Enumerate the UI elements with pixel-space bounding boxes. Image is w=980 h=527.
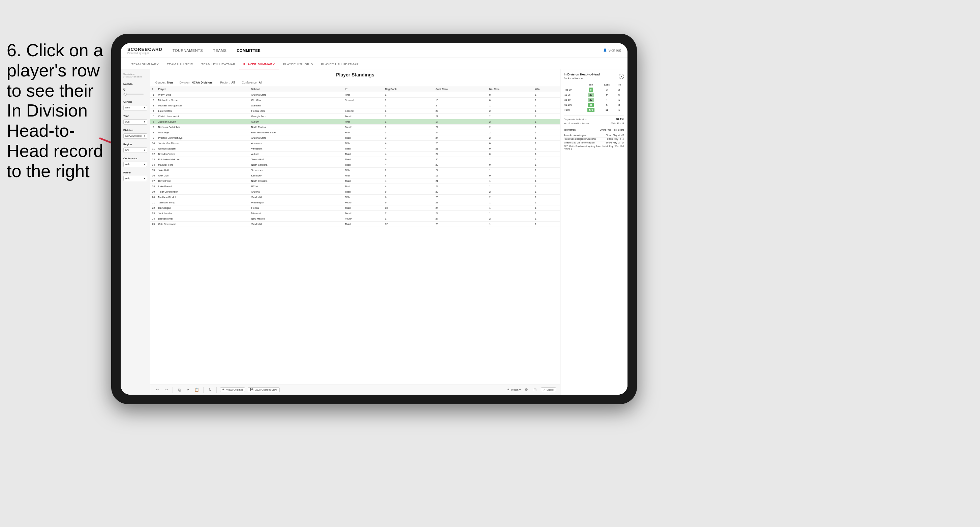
- table-row[interactable]: 25 Cole Sherwood Vanderbilt Third 12 23 …: [150, 222, 560, 227]
- view-original-button[interactable]: 👁 View: Original: [220, 387, 245, 392]
- h2h-loss: 11: [600, 108, 614, 113]
- conference-filter-label: Conference:: [242, 81, 257, 84]
- opponents-record: 674 - 33 - 12: [611, 122, 624, 125]
- nav-committee[interactable]: COMMITTEE: [237, 47, 261, 54]
- tab-team-h2h-heatmap[interactable]: TEAM H2H HEATMAP: [197, 62, 239, 69]
- cell-rds: 1: [488, 168, 533, 173]
- cell-player: Maxwell Ford: [156, 162, 250, 168]
- opponents-row-1: Opponents in division: 98.1%: [564, 117, 624, 121]
- year-section: Year (All) ▾: [123, 114, 147, 125]
- region-control[interactable]: N/a ▾: [123, 148, 147, 153]
- h2h-table-row: 11-25 20 9 5: [564, 92, 624, 97]
- h2h-range: 51-100: [564, 102, 582, 108]
- table-row[interactable]: 12 Brendan Valles Auburn Third 4 27 0 1: [150, 152, 560, 157]
- tab-player-h2h-grid[interactable]: PLAYER H2H GRID: [279, 62, 317, 69]
- nav-tournaments[interactable]: TOURNAMENTS: [173, 47, 203, 54]
- cell-yr: Fifth: [343, 195, 383, 200]
- cell-rds: 2: [488, 135, 533, 141]
- division-control[interactable]: NCAA Division I ▾: [123, 133, 147, 139]
- no-rds-section: No Rds. 6: [123, 83, 147, 96]
- t-name: Fallon Oak Collegiate Invitational: [564, 138, 606, 140]
- settings-button[interactable]: ⚙: [523, 387, 530, 393]
- col-yr: Yr: [343, 86, 383, 92]
- table-row[interactable]: 22 Ian Gilligan Florida Third 10 24 1 1: [150, 205, 560, 211]
- logo-text: SCOREBOARD: [127, 47, 162, 52]
- cell-conf-rank: 21: [434, 146, 488, 152]
- cell-num: 10: [150, 141, 156, 146]
- table-row[interactable]: 9 Preston Summerhays Arizona State Third…: [150, 135, 560, 141]
- tab-player-summary[interactable]: PLAYER SUMMARY: [239, 62, 279, 69]
- cell-player: Luke Claton: [156, 108, 250, 114]
- h2h-tie: 1: [614, 108, 624, 113]
- cell-reg-rank: 3: [383, 135, 434, 141]
- cell-rds: 2: [488, 195, 533, 200]
- tab-team-h2h-grid[interactable]: TEAM H2H GRID: [163, 62, 197, 69]
- rounds-slider[interactable]: [123, 94, 143, 95]
- t-col-type: Event Type: [600, 129, 611, 131]
- copy-button[interactable]: ⎘: [176, 387, 182, 393]
- save-custom-button[interactable]: 💾 Save Custom View: [248, 387, 279, 392]
- table-row[interactable]: 14 Maxwell Ford North Carolina Third 4 2…: [150, 162, 560, 168]
- share-label: Share: [547, 388, 554, 391]
- cell-reg-rank: 6: [383, 157, 434, 162]
- watch-button[interactable]: 👁 Watch ▾: [508, 388, 520, 391]
- grid-button[interactable]: ⊞: [532, 387, 538, 393]
- table-row[interactable]: 20 Matthew Riedel Vanderbilt Fifth 6 23 …: [150, 195, 560, 200]
- table-row[interactable]: 8 Mats Ege East Tennessee State Fifth 1 …: [150, 130, 560, 135]
- cell-yr: Second: [343, 98, 383, 103]
- cell-num: 20: [150, 195, 156, 200]
- table-row[interactable]: 19 Tiger Christensen Arizona Third 8 23 …: [150, 189, 560, 195]
- cell-school: Missouri: [250, 211, 343, 216]
- year-control[interactable]: (All) ▾: [123, 119, 147, 125]
- year-value: (All): [126, 121, 129, 123]
- division-filter-label: Division:: [180, 81, 190, 84]
- refresh-button[interactable]: ↻: [207, 387, 213, 393]
- t-pos: Win: [615, 145, 619, 150]
- table-row[interactable]: 4 Luke Claton Florida State Second 1 27 …: [150, 108, 560, 114]
- cell-reg-rank: 4: [383, 184, 434, 189]
- table-row[interactable]: 15 Jake Hall Tennessee Fifth 2 24 1 1: [150, 168, 560, 173]
- player-control[interactable]: (All) ▾: [123, 176, 147, 181]
- share-button[interactable]: ↗ Share: [541, 387, 556, 392]
- scissors-button[interactable]: ✂: [185, 387, 191, 393]
- tab-team-summary[interactable]: TEAM SUMMARY: [127, 62, 163, 69]
- h2h-close-button[interactable]: ×: [619, 74, 624, 79]
- table-row[interactable]: 18 Luke Powell UCLA First 4 24 1 1: [150, 184, 560, 189]
- cell-conf-rank: 24: [434, 130, 488, 135]
- table-row[interactable]: 11 Gordon Sargent Vanderbilt Third 4 21 …: [150, 146, 560, 152]
- table-row[interactable]: 5 Christo Lamprecht Georgia Tech Fourth …: [150, 114, 560, 119]
- table-row[interactable]: 6 Jackson Koivun Auburn First 1 17 2 1: [150, 119, 560, 125]
- cell-conf-rank: 19: [434, 98, 488, 103]
- cell-win: 1: [533, 200, 560, 205]
- table-row[interactable]: 1 Wenyi Ding Arizona State First 1 8 1: [150, 92, 560, 98]
- table-row[interactable]: 21 Taehoon Song Washington Fourth 6 23 1…: [150, 200, 560, 205]
- update-time-value: 27/03/2024 16:56:26: [123, 75, 147, 78]
- table-row[interactable]: 13 Phichaksn Maichon Texas A&M Third 6 3…: [150, 157, 560, 162]
- cell-num: 18: [150, 184, 156, 189]
- conference-filter: Conference: All: [242, 81, 262, 84]
- sign-out-button[interactable]: 👤 Sign out: [603, 49, 621, 52]
- paste-button[interactable]: 📋: [194, 387, 200, 393]
- cell-player: Tiger Christensen: [156, 189, 250, 195]
- tablet-frame: SCOREBOARD Powered by clippi TOURNAMENTS…: [111, 34, 637, 404]
- cell-reg-rank: 1: [383, 103, 434, 108]
- nav-teams[interactable]: TEAMS: [213, 47, 226, 54]
- cell-win: 1: [533, 211, 560, 216]
- table-row[interactable]: 7 Nicholas Gabrielick North Florida Four…: [150, 125, 560, 130]
- conference-control[interactable]: (All) ▾: [123, 162, 147, 167]
- table-row[interactable]: 10 Jacob Mac Dleese Arkansas Fifth 4 25 …: [150, 141, 560, 146]
- gender-control[interactable]: Men ▾: [123, 105, 147, 110]
- table-row[interactable]: 3 Michael Thorbjornsen Stanford 1 8 1 1: [150, 103, 560, 108]
- redo-button[interactable]: ↪: [163, 387, 169, 393]
- cell-player: Phichaksn Maichon: [156, 157, 250, 162]
- tournament-row: SEC Match Play hosted by Jerry Pate Roun…: [564, 145, 624, 151]
- table-row[interactable]: 2 Michael La Sasso Ole Miss Second 1 19 …: [150, 98, 560, 103]
- undo-button[interactable]: ↩: [154, 387, 161, 393]
- table-row[interactable]: 23 Jack Lundin Missouri Fourth 11 24 1 1: [150, 211, 560, 216]
- main-content: Update time: 27/03/2024 16:56:26 No Rds.…: [121, 69, 627, 395]
- table-row[interactable]: 17 David Ford North Carolina Third 4 21 …: [150, 178, 560, 184]
- tab-player-h2h-heatmap[interactable]: PLAYER H2H HEATMAP: [317, 62, 363, 69]
- table-row[interactable]: 16 Alex Goff Kentucky Fifth 8 19 0 1: [150, 173, 560, 178]
- division-filter-value: NCAA Division I: [192, 81, 213, 84]
- table-row[interactable]: 24 Bastien Amat New Mexico Fourth 1 27 2…: [150, 216, 560, 222]
